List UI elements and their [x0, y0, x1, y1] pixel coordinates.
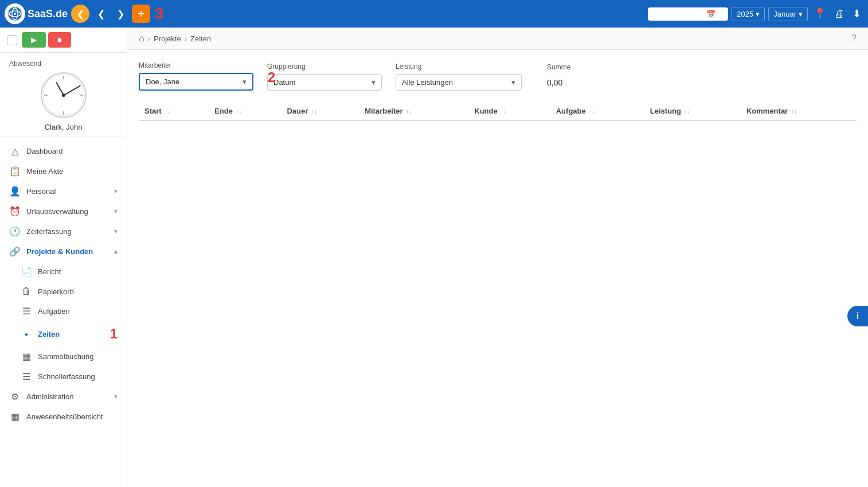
sidebar-username: Clark, John — [45, 123, 83, 131]
play-button[interactable]: ▶ — [22, 32, 46, 48]
clock-face — [42, 73, 85, 117]
sidebar-item-label-dashboard: Dashboard — [26, 147, 118, 155]
col-kommentar-label: Kommentar — [746, 107, 788, 115]
add-button[interactable]: + — [132, 5, 150, 23]
leistung-label: Leistung — [396, 63, 522, 71]
sidebar-item-label-projekte-kunden: Projekte & Kunden — [26, 247, 108, 256]
month-chevron-icon: ▾ — [799, 10, 803, 18]
print-button[interactable]: 🖨 — [832, 6, 847, 22]
leistung-select[interactable]: Alle Leistungen — [402, 78, 511, 87]
checkbox[interactable] — [7, 35, 17, 45]
back-button[interactable]: ❮ — [71, 5, 89, 23]
schnellerfassung-icon: ☰ — [21, 371, 32, 382]
breadcrumb-zeiten[interactable]: Zeiten — [190, 34, 211, 43]
breadcrumb-projekte[interactable]: Projekte — [154, 34, 181, 43]
breadcrumb-sep-2: › — [185, 34, 187, 43]
svg-point-3 — [14, 13, 16, 15]
col-ende[interactable]: Ende ↑↓ — [209, 102, 281, 120]
date-input[interactable] — [652, 10, 704, 18]
logo-text: SaaS.de — [28, 8, 68, 20]
col-dauer[interactable]: Dauer ↑↓ — [281, 102, 359, 120]
meine-akte-icon: 📋 — [9, 166, 21, 177]
clock-center — [62, 93, 65, 97]
sidebar-item-label-personal: Personal — [26, 187, 108, 196]
date-input-wrapper[interactable]: 📅 — [648, 7, 728, 21]
col-kunde-label: Kunde — [474, 107, 497, 115]
nav-next-button[interactable]: ❯ — [112, 6, 128, 22]
sidebar-item-bericht[interactable]: 📄 Bericht — [0, 262, 127, 282]
sidebar-item-urlaubsverwaltung[interactable]: ⏰ Urlaubsverwaltung ▾ — [0, 201, 127, 221]
projekte-kunden-icon: 🔗 — [9, 246, 21, 257]
papierkorb-icon: 🗑 — [21, 286, 32, 297]
content-area: ⌂ › Projekte › Zeiten ? Mitarbeiter Doe,… — [127, 28, 868, 487]
breadcrumb: ⌂ › Projekte › Zeiten ? — [127, 28, 868, 50]
help-bubble[interactable]: i — [847, 306, 868, 326]
sidebar-item-schnellerfassung[interactable]: ☰ Schnellerfassung — [0, 367, 127, 387]
sidebar-item-label-zeiten: Zeiten — [38, 330, 103, 338]
col-start[interactable]: Start ↑↓ — [139, 102, 209, 120]
gruppierung-filter-group: Gruppierung Datum Mitarbeiter Kunde ▾ — [267, 63, 382, 91]
col-kunde[interactable]: Kunde ↑↓ — [468, 102, 550, 120]
mitarbeiter-select-wrapper[interactable]: Doe, Jane Clark, John ▾ 2 — [139, 73, 253, 91]
year-select[interactable]: 2025 ▾ — [732, 7, 765, 21]
sidebar-actions: ▶ ■ — [0, 28, 127, 53]
sammelbuchung-icon: ▦ — [21, 351, 32, 362]
sidebar-item-papierkorb[interactable]: 🗑 Papierkorb — [0, 282, 127, 301]
leistung-select-wrapper[interactable]: Alle Leistungen ▾ — [396, 74, 522, 91]
mitarbeiter-select[interactable]: Doe, Jane Clark, John — [146, 77, 240, 86]
sidebar-item-aufgaben[interactable]: ☰ Aufgaben — [0, 301, 127, 321]
administration-icon: ⚙ — [9, 391, 21, 402]
col-aufgabe[interactable]: Aufgabe ↑↓ — [550, 102, 644, 120]
sidebar-item-administration[interactable]: ⚙ Administration ▾ — [0, 387, 127, 407]
annotation-3: 3 — [155, 5, 164, 23]
col-kommentar[interactable]: Kommentar ↑↓ — [741, 102, 857, 120]
table-header: Start ↑↓ Ende ↑↓ Dauer ↑↓ Mitarbeiter — [139, 102, 857, 120]
sidebar-item-label-administration: Administration — [26, 392, 108, 401]
col-ende-sort-icon: ↑↓ — [236, 108, 242, 115]
zeiterfassung-chevron-icon: ▾ — [114, 228, 118, 235]
sidebar-item-personal[interactable]: 👤 Personal ▾ — [0, 181, 127, 201]
filters: Mitarbeiter Doe, Jane Clark, John ▾ 2 Gr… — [127, 50, 868, 96]
sidebar-item-dashboard[interactable]: △ Dashboard — [0, 141, 127, 161]
mitarbeiter-filter-group: Mitarbeiter Doe, Jane Clark, John ▾ 2 — [139, 61, 253, 91]
gruppierung-chevron-icon: ▾ — [372, 78, 376, 87]
col-aufgabe-label: Aufgabe — [556, 107, 586, 115]
sidebar-item-zeiten[interactable]: ● Zeiten 1 — [0, 321, 127, 346]
col-ende-label: Ende — [214, 107, 233, 115]
logo-icon — [5, 3, 25, 24]
stop-button[interactable]: ■ — [48, 32, 71, 48]
summe-label: Summe — [547, 63, 570, 71]
personal-chevron-icon: ▾ — [114, 188, 118, 195]
gruppierung-select-wrapper[interactable]: Datum Mitarbeiter Kunde ▾ — [267, 74, 382, 91]
sidebar-item-label-schnellerfassung: Schnellerfassung — [38, 372, 118, 381]
gruppierung-label: Gruppierung — [267, 63, 382, 71]
data-table: Start ↑↓ Ende ↑↓ Dauer ↑↓ Mitarbeiter — [139, 102, 857, 121]
sidebar-item-zeiterfassung[interactable]: 🕐 Zeiterfassung ▾ — [0, 221, 127, 241]
annotation-1: 1 — [110, 326, 118, 342]
sidebar-item-label-meine-akte: Meine Akte — [26, 167, 118, 176]
sidebar-item-meine-akte[interactable]: 📋 Meine Akte — [0, 161, 127, 181]
summe-group: Summe 0,00 — [547, 63, 570, 91]
col-mitarbeiter[interactable]: Mitarbeiter ↑↓ — [359, 102, 468, 120]
download-button[interactable]: ⬇ — [850, 5, 863, 22]
breadcrumb-sep-1: › — [148, 34, 150, 43]
month-select[interactable]: Januar ▾ — [768, 7, 808, 21]
nav-prev-button[interactable]: ❮ — [93, 6, 109, 22]
col-mitarbeiter-label: Mitarbeiter — [365, 107, 402, 115]
urlaubsverwaltung-icon: ⏰ — [9, 206, 21, 217]
sidebar-item-projekte-kunden[interactable]: 🔗 Projekte & Kunden ▴ — [0, 241, 127, 262]
help-icon[interactable]: ? — [851, 33, 857, 44]
aufgaben-icon: ☰ — [21, 306, 32, 317]
sidebar-item-label-papierkorb: Papierkorb — [38, 287, 118, 296]
location-button[interactable]: 📍 — [811, 5, 828, 22]
bericht-icon: 📄 — [21, 266, 32, 277]
sidebar-item-sammelbuchung[interactable]: ▦ Sammelbuchung — [0, 346, 127, 367]
breadcrumb-home[interactable]: ⌂ — [139, 33, 144, 44]
sidebar-item-anwesenheitsuebersicht[interactable]: ▦ Anwesenheitsübersicht — [0, 407, 127, 427]
col-mitarbeiter-sort-icon: ↑↓ — [406, 108, 412, 115]
zeiterfassung-icon: 🕐 — [9, 226, 21, 237]
sidebar-user: Abwesend Clark, John — [0, 53, 127, 137]
col-leistung[interactable]: Leistung ↑↓ — [644, 102, 741, 120]
gruppierung-select[interactable]: Datum Mitarbeiter Kunde — [273, 78, 372, 87]
col-kunde-sort-icon: ↑↓ — [501, 108, 506, 115]
